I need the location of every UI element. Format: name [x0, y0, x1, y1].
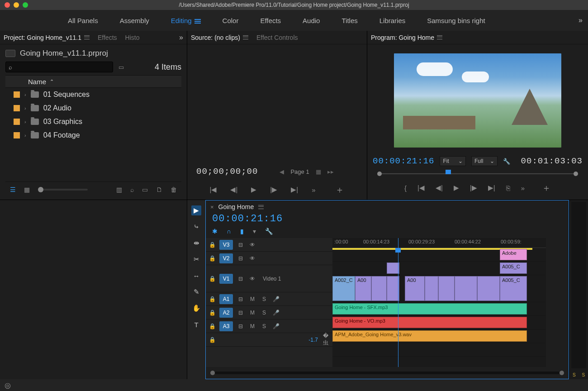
sync-lock-icon[interactable]: ⊟ [237, 323, 245, 329]
workspace-color[interactable]: Color [223, 17, 239, 24]
source-timecode[interactable]: 00;00;00;00 [196, 167, 258, 176]
program-timecode-current[interactable]: 00:00:21:16 [373, 156, 434, 166]
track-header-a3[interactable]: 🔒A3⊟MS🎤 [206, 319, 332, 333]
step-back-icon[interactable]: ◀| [436, 184, 443, 192]
sync-lock-icon[interactable]: ⊟ [237, 296, 245, 302]
timeline-h-scroll[interactable] [210, 369, 564, 377]
eye-icon[interactable]: 👁 [248, 255, 256, 262]
history-tab[interactable]: Histo [125, 34, 140, 41]
ruler-end-handle[interactable] [574, 172, 578, 176]
step-back-icon[interactable]: ◀| [230, 186, 237, 194]
lock-icon[interactable]: 🔒 [209, 337, 216, 343]
marker-icon[interactable]: ▮ [240, 228, 244, 235]
disclosure-icon[interactable]: › [24, 133, 26, 138]
playhead-marker[interactable] [446, 170, 451, 174]
clip[interactable]: Going Home - VO.mp3 [332, 317, 527, 328]
scroll-handle-left[interactable] [210, 371, 215, 375]
panel-menu-icon[interactable] [84, 35, 90, 39]
panel-menu-icon[interactable] [243, 35, 248, 39]
workspace-assembly[interactable]: Assembly [120, 17, 149, 24]
bin-row[interactable]: ›04 Footage [5, 129, 181, 142]
insert-icon[interactable]: ▾ [253, 228, 256, 235]
clip[interactable] [425, 276, 438, 301]
ruler-start-handle[interactable] [377, 172, 382, 176]
clip[interactable] [371, 276, 387, 301]
workspace-effects[interactable]: Effects [260, 17, 281, 24]
disclosure-icon[interactable]: › [24, 119, 26, 124]
clip[interactable] [455, 276, 477, 301]
solo-icon[interactable]: S [260, 323, 268, 329]
eye-icon[interactable]: 👁 [248, 242, 256, 248]
new-bin-button[interactable]: ▭ [142, 186, 148, 193]
track-header-a1[interactable]: 🔒A1⊟MS🎤 [206, 292, 332, 306]
clip-row-v1[interactable]: A002_CA00A00A005_C [332, 275, 546, 302]
clip[interactable] [387, 262, 399, 274]
clip[interactable] [477, 276, 500, 301]
creative-cloud-icon[interactable]: ◎ [5, 381, 11, 390]
timeline-timecode[interactable]: 00:00:21:16 [212, 213, 283, 224]
project-search-input[interactable]: ⌕ [5, 62, 113, 72]
transport-overflow-icon[interactable]: » [312, 186, 315, 194]
clip[interactable]: A00 [405, 276, 425, 301]
program-viewer[interactable] [373, 47, 583, 153]
next-page-icon[interactable]: ▸▸ [327, 168, 334, 175]
list-view-icon[interactable]: ☰ [10, 186, 16, 193]
mute-icon[interactable]: M [248, 310, 256, 316]
timeline-playhead[interactable] [398, 238, 398, 367]
clip[interactable]: A005_C [500, 276, 527, 301]
workspace-editing[interactable]: Editing [171, 17, 201, 24]
clip[interactable] [438, 276, 455, 301]
source-tab[interactable]: Source: (no clips) [191, 34, 248, 41]
workspace-audio[interactable]: Audio [303, 17, 320, 24]
transport-overflow-icon[interactable]: » [521, 184, 525, 192]
trash-icon[interactable]: 🗑 [171, 186, 177, 193]
solo-icon[interactable]: S [260, 310, 268, 316]
zoom-fit-select[interactable]: Fit⌄ [440, 156, 466, 166]
solo-right[interactable]: S [582, 372, 585, 377]
workspace-titles[interactable]: Titles [341, 17, 357, 24]
lock-icon[interactable]: 🔒 [209, 296, 216, 302]
track-header-master[interactable]: 🔒-1.7�虫 [206, 333, 332, 347]
eye-icon[interactable]: 👁 [248, 276, 256, 282]
expand-icon[interactable]: �虫 [322, 333, 330, 347]
new-bin-icon[interactable]: ▭ [119, 64, 124, 71]
voiceover-icon[interactable]: 🎤 [272, 310, 280, 316]
clip[interactable]: A00 [355, 276, 371, 301]
prev-page-icon[interactable]: ◀ [280, 168, 284, 175]
zoom-full-select[interactable]: Full⌄ [471, 156, 498, 166]
clip[interactable]: Going Home - SFX.mp3 [332, 303, 527, 315]
sync-lock-icon[interactable]: ⊟ [237, 242, 245, 248]
tabs-overflow-icon[interactable]: » [179, 33, 183, 42]
bin-row[interactable]: ›03 Graphics [5, 115, 181, 129]
play-icon[interactable]: ▶ [454, 184, 459, 192]
find-icon[interactable]: ⌕ [130, 186, 134, 193]
mute-icon[interactable]: M [248, 323, 256, 329]
voiceover-icon[interactable]: 🎤 [272, 323, 280, 329]
track-header-v2[interactable]: 🔒V2⊟👁 [206, 252, 332, 265]
track-toggle[interactable]: V1 [219, 274, 233, 284]
disclosure-icon[interactable]: › [24, 105, 26, 111]
mute-icon[interactable]: M [248, 296, 256, 302]
slip-tool[interactable]: ↔ [191, 271, 201, 281]
page-indicator-icon[interactable]: ▦ [316, 168, 321, 175]
add-button-icon[interactable]: ＋ [335, 184, 344, 196]
track-toggle[interactable]: A1 [219, 294, 233, 304]
clip[interactable]: APM_Adobe_Going Home_v3.wav [332, 330, 527, 342]
step-forward-icon[interactable]: |▶ [470, 184, 477, 192]
solo-left[interactable]: S [573, 372, 576, 377]
thumbnail-size-slider[interactable] [38, 189, 88, 191]
scroll-handle-right[interactable] [560, 371, 564, 375]
settings-wrench-icon[interactable]: 🔧 [503, 158, 510, 165]
workspace-samsung[interactable]: Samsung bins right [427, 17, 485, 24]
clip[interactable]: A002_C [332, 276, 355, 301]
sync-lock-icon[interactable]: ⊟ [237, 276, 245, 282]
clip[interactable] [387, 276, 399, 301]
track-header-v3[interactable]: 🔒V3⊟👁 [206, 238, 332, 252]
program-time-ruler[interactable] [375, 170, 580, 178]
ripple-edit-tool[interactable]: ⇼ [191, 238, 201, 248]
workspace-menu-icon[interactable] [194, 19, 201, 24]
go-to-out-icon[interactable]: ▶| [291, 186, 298, 194]
disclosure-icon[interactable]: › [24, 92, 26, 97]
pen-tool[interactable]: ✎ [191, 287, 201, 297]
lift-icon[interactable]: ⎘ [506, 184, 510, 192]
